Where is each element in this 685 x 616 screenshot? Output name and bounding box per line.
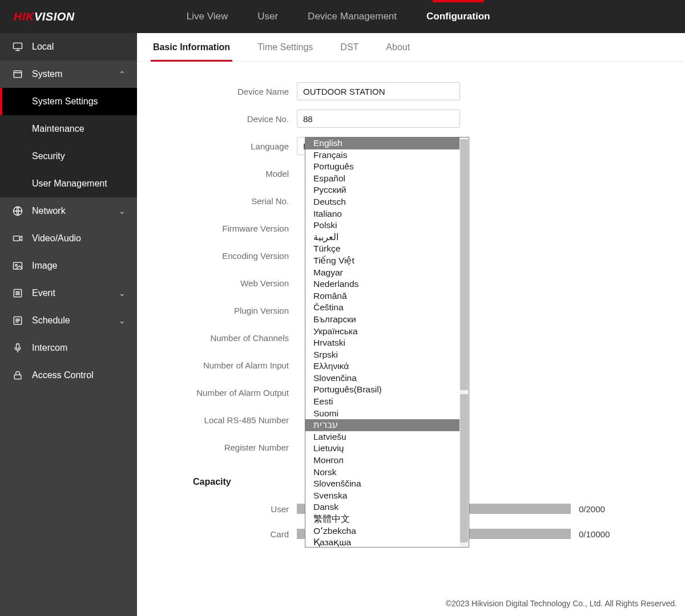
sidebar-item-intercom[interactable]: Intercom (0, 334, 137, 362)
sidebar-item-label: Local (32, 42, 54, 52)
dropdown-scroll-thumb-upper[interactable] (460, 139, 468, 390)
svg-rect-3 (14, 236, 20, 241)
language-option[interactable]: Ελληνικά (305, 360, 460, 372)
language-option[interactable]: العربية (305, 232, 460, 244)
language-option[interactable]: Slovenčina (305, 372, 460, 384)
svg-point-5 (15, 265, 17, 266)
info-label-number-of-alarm-input: Number of Alarm Input (160, 360, 297, 370)
info-label-number-of-channels: Number of Channels (160, 333, 297, 343)
language-option[interactable]: עברית (305, 419, 460, 431)
language-option[interactable]: Română (305, 290, 460, 302)
info-label-plugin-version: Plugin Version (160, 306, 297, 315)
tab-dst[interactable]: DST (340, 33, 358, 61)
language-dropdown[interactable]: EnglishFrançaisPortuguêsEspañolРусскийDe… (305, 137, 469, 548)
language-option[interactable]: Français (305, 149, 460, 161)
language-option[interactable]: Қазақша (305, 537, 460, 547)
dropdown-scrollbar[interactable] (460, 137, 469, 547)
language-option[interactable]: Монгол (305, 455, 460, 467)
sidebar-item-video-audio[interactable]: Video/Audio (0, 225, 137, 252)
lock-icon (11, 370, 24, 381)
logo-vision: VISION (34, 10, 75, 23)
calendar-icon (11, 315, 24, 326)
language-option[interactable]: 繁體中文 (305, 513, 460, 525)
top-nav-device-management[interactable]: Device Management (293, 0, 412, 33)
language-option[interactable]: Български (305, 314, 460, 326)
sidebar-item-schedule[interactable]: Schedule⌄ (0, 307, 137, 334)
device-no-input[interactable] (297, 110, 460, 128)
tab-about[interactable]: About (386, 33, 410, 61)
sidebar-item-system[interactable]: System⌃ (0, 60, 137, 88)
tabs: Basic InformationTime SettingsDSTAbout (137, 33, 685, 62)
tab-basic-information[interactable]: Basic Information (153, 33, 230, 61)
sidebar-subitem-maintenance[interactable]: Maintenance (0, 115, 137, 143)
language-option[interactable]: Slovenščina (305, 478, 460, 490)
top-nav: Live ViewUserDevice ManagementConfigurat… (172, 0, 505, 33)
capacity-value-card: 0/10000 (579, 529, 610, 539)
header: HIK VISION Live ViewUserDevice Managemen… (0, 0, 685, 33)
language-option[interactable]: Magyar (305, 267, 460, 279)
tab-time-settings[interactable]: Time Settings (257, 33, 313, 61)
top-nav-live-view[interactable]: Live View (172, 0, 243, 33)
language-option[interactable]: Português (305, 161, 460, 173)
language-option[interactable]: English (305, 137, 460, 149)
sidebar-item-event[interactable]: Event⌄ (0, 279, 137, 307)
sidebar-item-local[interactable]: Local (0, 33, 137, 60)
sidebar-item-access-control[interactable]: Access Control (0, 362, 137, 389)
language-option[interactable]: Norsk (305, 467, 460, 479)
sidebar-item-label: Schedule (32, 315, 70, 326)
sidebar-item-network[interactable]: Network⌄ (0, 197, 137, 225)
language-option[interactable]: Українська (305, 326, 460, 338)
logo: HIK VISION (14, 10, 75, 23)
sidebar-item-label: Access Control (32, 370, 94, 380)
box-icon (11, 68, 24, 80)
sidebar-item-label: System (32, 69, 62, 79)
info-label-encoding-version: Encoding Version (160, 251, 297, 261)
language-option[interactable]: Português(Brasil) (305, 384, 460, 396)
sidebar-subitem-user-management[interactable]: User Management (0, 170, 137, 197)
svg-rect-4 (14, 262, 22, 269)
sidebar-item-image[interactable]: Image (0, 252, 137, 279)
language-option[interactable]: Polski (305, 220, 460, 232)
language-option[interactable]: Dansk (305, 501, 460, 513)
capacity-label-user: User (160, 504, 297, 514)
info-label-web-version: Web Version (160, 278, 297, 288)
sidebar-item-label: Intercom (32, 343, 67, 353)
device-name-input[interactable] (297, 82, 460, 100)
svg-rect-0 (14, 43, 22, 48)
dropdown-scroll-thumb-lower[interactable] (460, 394, 468, 542)
language-option[interactable]: Nederlands (305, 278, 460, 290)
language-option[interactable]: Lietuvių (305, 443, 460, 455)
sidebar-item-label: Event (32, 288, 55, 298)
language-option[interactable]: Srpski (305, 349, 460, 361)
sidebar: LocalSystem⌃System SettingsMaintenanceSe… (0, 33, 137, 616)
top-nav-user[interactable]: User (243, 0, 293, 33)
language-option[interactable]: Latviešu (305, 431, 460, 443)
sidebar-subitem-system-settings[interactable]: System Settings (0, 88, 137, 115)
svg-rect-8 (17, 344, 19, 349)
capacity-label-card: Card (160, 529, 297, 539)
language-option[interactable]: Čeština (305, 302, 460, 314)
language-option[interactable]: Eesti (305, 396, 460, 408)
language-option[interactable]: Suomi (305, 408, 460, 420)
language-option[interactable]: Tiếng Việt (305, 255, 460, 267)
language-option[interactable]: Hrvatski (305, 337, 460, 349)
list-icon (11, 287, 24, 299)
camera-icon (11, 233, 24, 244)
chevron-down-icon: ⌄ (119, 316, 126, 325)
chevron-down-icon: ⌄ (119, 289, 126, 298)
language-option[interactable]: Türkçe (305, 243, 460, 255)
language-option[interactable]: Oʻzbekcha (305, 525, 460, 537)
chevron-down-icon: ⌄ (119, 206, 126, 216)
info-label-register-number: Register Number (160, 443, 297, 452)
info-label-number-of-alarm-output: Number of Alarm Output (160, 388, 297, 398)
language-option[interactable]: Deutsch (305, 196, 460, 208)
device-name-label: Device Name (160, 87, 297, 96)
language-option[interactable]: Italiano (305, 208, 460, 220)
language-option[interactable]: Русский (305, 184, 460, 196)
sidebar-item-label: Network (32, 206, 66, 216)
form-area: Device Name Device No. Language English … (137, 62, 685, 616)
language-option[interactable]: Svenska (305, 490, 460, 502)
sidebar-subitem-security[interactable]: Security (0, 143, 137, 170)
language-option[interactable]: Español (305, 173, 460, 185)
top-nav-configuration[interactable]: Configuration (412, 0, 505, 33)
